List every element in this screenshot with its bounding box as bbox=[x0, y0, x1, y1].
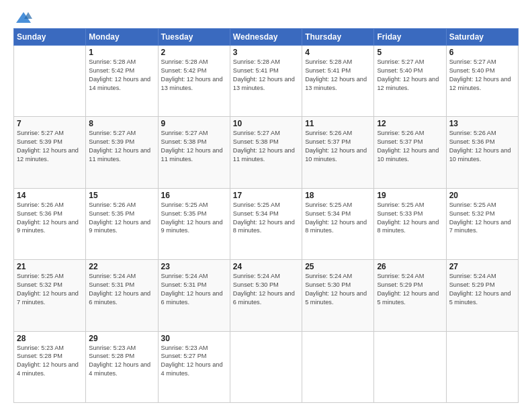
day-info: Sunrise: 5:27 AMSunset: 5:38 PMDaylight:… bbox=[233, 129, 299, 164]
day-number: 12 bbox=[377, 119, 443, 128]
day-info: Sunrise: 5:23 AMSunset: 5:27 PMDaylight:… bbox=[161, 344, 227, 379]
day-info: Sunrise: 5:23 AMSunset: 5:28 PMDaylight:… bbox=[17, 344, 83, 379]
day-info: Sunrise: 5:28 AMSunset: 5:41 PMDaylight:… bbox=[305, 58, 371, 93]
weekday-header-sunday: Sunday bbox=[14, 29, 86, 46]
calendar-cell: 27Sunrise: 5:24 AMSunset: 5:29 PMDayligh… bbox=[446, 260, 518, 331]
calendar-cell: 22Sunrise: 5:24 AMSunset: 5:31 PMDayligh… bbox=[86, 260, 158, 331]
calendar-cell: 13Sunrise: 5:26 AMSunset: 5:36 PMDayligh… bbox=[446, 117, 518, 188]
day-number: 6 bbox=[449, 48, 515, 57]
day-info: Sunrise: 5:26 AMSunset: 5:37 PMDaylight:… bbox=[305, 129, 371, 164]
day-number: 15 bbox=[89, 191, 154, 200]
day-info: Sunrise: 5:28 AMSunset: 5:42 PMDaylight:… bbox=[161, 58, 227, 93]
day-number: 3 bbox=[233, 48, 299, 57]
day-number: 10 bbox=[233, 119, 299, 128]
calendar-cell: 28Sunrise: 5:23 AMSunset: 5:28 PMDayligh… bbox=[14, 331, 86, 402]
weekday-header-saturday: Saturday bbox=[446, 29, 518, 46]
calendar-cell: 1Sunrise: 5:28 AMSunset: 5:42 PMDaylight… bbox=[86, 46, 158, 117]
day-info: Sunrise: 5:28 AMSunset: 5:42 PMDaylight:… bbox=[89, 58, 154, 93]
day-number: 30 bbox=[161, 334, 227, 343]
calendar-cell bbox=[302, 331, 374, 402]
day-number: 29 bbox=[89, 334, 154, 343]
calendar-cell: 5Sunrise: 5:27 AMSunset: 5:40 PMDaylight… bbox=[374, 46, 446, 117]
calendar-cell: 10Sunrise: 5:27 AMSunset: 5:38 PMDayligh… bbox=[230, 117, 302, 188]
day-number: 16 bbox=[161, 191, 227, 200]
day-number: 23 bbox=[161, 262, 227, 271]
calendar-cell: 16Sunrise: 5:25 AMSunset: 5:35 PMDayligh… bbox=[158, 188, 230, 259]
day-info: Sunrise: 5:25 AMSunset: 5:32 PMDaylight:… bbox=[17, 272, 83, 307]
calendar-cell: 21Sunrise: 5:25 AMSunset: 5:32 PMDayligh… bbox=[14, 260, 86, 331]
calendar-week-row: 7Sunrise: 5:27 AMSunset: 5:39 PMDaylight… bbox=[14, 117, 519, 188]
calendar-cell bbox=[446, 331, 518, 402]
day-number: 21 bbox=[17, 262, 83, 271]
calendar-cell: 19Sunrise: 5:25 AMSunset: 5:33 PMDayligh… bbox=[374, 188, 446, 259]
day-number: 22 bbox=[89, 262, 154, 271]
day-number: 24 bbox=[233, 262, 299, 271]
day-info: Sunrise: 5:24 AMSunset: 5:31 PMDaylight:… bbox=[89, 272, 154, 307]
day-number: 2 bbox=[161, 48, 227, 57]
calendar-body: 1Sunrise: 5:28 AMSunset: 5:42 PMDaylight… bbox=[14, 46, 519, 403]
weekday-header-monday: Monday bbox=[86, 29, 158, 46]
logo-icon bbox=[15, 11, 32, 24]
day-number: 26 bbox=[377, 262, 443, 271]
day-info: Sunrise: 5:27 AMSunset: 5:38 PMDaylight:… bbox=[161, 129, 227, 164]
calendar-cell: 17Sunrise: 5:25 AMSunset: 5:34 PMDayligh… bbox=[230, 188, 302, 259]
day-info: Sunrise: 5:24 AMSunset: 5:29 PMDaylight:… bbox=[377, 272, 443, 307]
day-info: Sunrise: 5:27 AMSunset: 5:39 PMDaylight:… bbox=[89, 129, 154, 164]
day-number: 4 bbox=[305, 48, 371, 57]
calendar-cell: 25Sunrise: 5:24 AMSunset: 5:30 PMDayligh… bbox=[302, 260, 374, 331]
logo bbox=[13, 11, 32, 21]
day-info: Sunrise: 5:24 AMSunset: 5:30 PMDaylight:… bbox=[233, 272, 299, 307]
day-info: Sunrise: 5:24 AMSunset: 5:31 PMDaylight:… bbox=[161, 272, 227, 307]
day-number: 19 bbox=[377, 191, 443, 200]
day-info: Sunrise: 5:26 AMSunset: 5:36 PMDaylight:… bbox=[449, 129, 515, 164]
day-number: 8 bbox=[89, 119, 154, 128]
day-number: 20 bbox=[449, 191, 515, 200]
calendar-week-row: 1Sunrise: 5:28 AMSunset: 5:42 PMDaylight… bbox=[14, 46, 519, 117]
calendar-cell: 24Sunrise: 5:24 AMSunset: 5:30 PMDayligh… bbox=[230, 260, 302, 331]
calendar-cell: 11Sunrise: 5:26 AMSunset: 5:37 PMDayligh… bbox=[302, 117, 374, 188]
page: SundayMondayTuesdayWednesdayThursdayFrid… bbox=[0, 0, 532, 411]
weekday-header-thursday: Thursday bbox=[302, 29, 374, 46]
day-info: Sunrise: 5:27 AMSunset: 5:40 PMDaylight:… bbox=[377, 58, 443, 93]
day-info: Sunrise: 5:25 AMSunset: 5:34 PMDaylight:… bbox=[305, 201, 371, 236]
day-number: 9 bbox=[161, 119, 227, 128]
calendar-cell: 29Sunrise: 5:23 AMSunset: 5:28 PMDayligh… bbox=[86, 331, 158, 402]
day-number: 18 bbox=[305, 191, 371, 200]
day-number: 27 bbox=[449, 262, 515, 271]
calendar-cell: 23Sunrise: 5:24 AMSunset: 5:31 PMDayligh… bbox=[158, 260, 230, 331]
calendar-cell bbox=[14, 46, 86, 117]
day-info: Sunrise: 5:25 AMSunset: 5:33 PMDaylight:… bbox=[377, 201, 443, 236]
calendar-cell: 6Sunrise: 5:27 AMSunset: 5:40 PMDaylight… bbox=[446, 46, 518, 117]
day-info: Sunrise: 5:24 AMSunset: 5:29 PMDaylight:… bbox=[449, 272, 515, 307]
header bbox=[13, 11, 519, 21]
day-info: Sunrise: 5:27 AMSunset: 5:39 PMDaylight:… bbox=[17, 129, 83, 164]
day-info: Sunrise: 5:26 AMSunset: 5:36 PMDaylight:… bbox=[17, 201, 83, 236]
day-number: 17 bbox=[233, 191, 299, 200]
calendar-cell: 26Sunrise: 5:24 AMSunset: 5:29 PMDayligh… bbox=[374, 260, 446, 331]
calendar-cell bbox=[374, 331, 446, 402]
calendar-cell: 8Sunrise: 5:27 AMSunset: 5:39 PMDaylight… bbox=[86, 117, 158, 188]
calendar-week-row: 28Sunrise: 5:23 AMSunset: 5:28 PMDayligh… bbox=[14, 331, 519, 402]
calendar-cell: 9Sunrise: 5:27 AMSunset: 5:38 PMDaylight… bbox=[158, 117, 230, 188]
calendar-cell: 15Sunrise: 5:26 AMSunset: 5:35 PMDayligh… bbox=[86, 188, 158, 259]
calendar-table: SundayMondayTuesdayWednesdayThursdayFrid… bbox=[13, 28, 519, 403]
day-info: Sunrise: 5:25 AMSunset: 5:32 PMDaylight:… bbox=[449, 201, 515, 236]
day-number: 5 bbox=[377, 48, 443, 57]
calendar-cell: 14Sunrise: 5:26 AMSunset: 5:36 PMDayligh… bbox=[14, 188, 86, 259]
calendar-week-row: 21Sunrise: 5:25 AMSunset: 5:32 PMDayligh… bbox=[14, 260, 519, 331]
day-number: 1 bbox=[89, 48, 154, 57]
day-info: Sunrise: 5:26 AMSunset: 5:35 PMDaylight:… bbox=[89, 201, 154, 236]
weekday-header-friday: Friday bbox=[374, 29, 446, 46]
calendar-cell: 12Sunrise: 5:26 AMSunset: 5:37 PMDayligh… bbox=[374, 117, 446, 188]
day-number: 25 bbox=[305, 262, 371, 271]
day-number: 28 bbox=[17, 334, 83, 343]
calendar-cell: 7Sunrise: 5:27 AMSunset: 5:39 PMDaylight… bbox=[14, 117, 86, 188]
day-info: Sunrise: 5:24 AMSunset: 5:30 PMDaylight:… bbox=[305, 272, 371, 307]
weekday-header-tuesday: Tuesday bbox=[158, 29, 230, 46]
day-info: Sunrise: 5:26 AMSunset: 5:37 PMDaylight:… bbox=[377, 129, 443, 164]
day-number: 7 bbox=[17, 119, 83, 128]
weekday-header-wednesday: Wednesday bbox=[230, 29, 302, 46]
day-number: 11 bbox=[305, 119, 371, 128]
calendar-week-row: 14Sunrise: 5:26 AMSunset: 5:36 PMDayligh… bbox=[14, 188, 519, 259]
calendar-cell bbox=[230, 331, 302, 402]
